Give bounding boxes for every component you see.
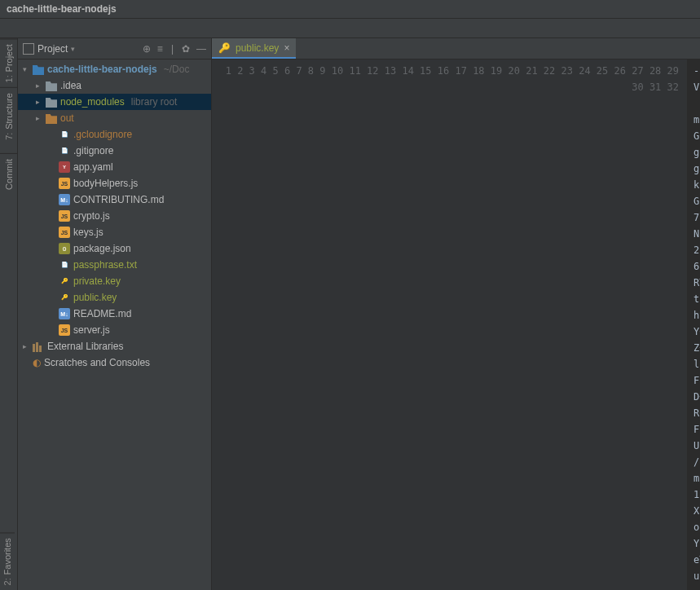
expand-arrow-icon[interactable]: ▸ bbox=[36, 98, 42, 106]
tree-root[interactable]: ▾ cache-little-bear-nodejs ~/Doc bbox=[18, 61, 211, 77]
content-area: 1: Project 7: Structure Commit 2: Favori… bbox=[0, 38, 700, 590]
window-title: cache-little-bear-nodejs bbox=[7, 3, 117, 15]
editor-area: 🔑 public.key × 1 2 3 4 5 6 7 8 9 10 11 1… bbox=[212, 38, 700, 590]
tree-file[interactable]: {}package.json bbox=[18, 240, 211, 257]
project-panel-title: Project bbox=[37, 43, 68, 55]
tree-file[interactable]: 📄.gitignore bbox=[18, 143, 211, 159]
expand-arrow-icon[interactable]: ▾ bbox=[23, 65, 29, 73]
folder-icon bbox=[46, 112, 57, 124]
folder-icon bbox=[46, 96, 57, 108]
tree-file[interactable]: 🔑private.key bbox=[18, 273, 211, 289]
close-tab-icon[interactable]: × bbox=[284, 42, 289, 54]
project-tree: ▾ cache-little-bear-nodejs ~/Doc ▸ .idea… bbox=[18, 59, 211, 372]
scratches-icon: ◐ bbox=[33, 357, 41, 368]
editor-body: 1 2 3 4 5 6 7 8 9 10 11 12 13 14 15 16 1… bbox=[212, 59, 700, 590]
tree-file[interactable]: Yapp.yaml bbox=[18, 159, 211, 175]
tree-file[interactable]: M↓README.md bbox=[18, 306, 211, 322]
tree-file[interactable]: 🔑public.key bbox=[18, 289, 211, 306]
library-icon bbox=[33, 341, 44, 352]
expand-arrow-icon[interactable]: ▸ bbox=[23, 342, 29, 350]
folder-icon bbox=[46, 80, 57, 91]
window-title-bar: cache-little-bear-nodejs bbox=[0, 0, 700, 19]
code-editor[interactable]: -----BEGIN PGP PUBLIC KEY BLOCK----- Ver… bbox=[687, 59, 700, 590]
project-tool-window: Project ▾ ⊕ ≡ | ✿ — ▾ cache-little-bear-… bbox=[18, 38, 212, 590]
tree-scratches[interactable]: ◐ Scratches and Consoles bbox=[18, 354, 211, 371]
settings-icon[interactable]: ✿ bbox=[182, 43, 190, 55]
select-opened-file-icon[interactable]: ⊕ bbox=[143, 43, 151, 55]
expand-arrow-icon[interactable]: ▸ bbox=[36, 81, 42, 90]
tree-file[interactable]: JSkeys.js bbox=[18, 224, 211, 240]
gutter-tab-favorites[interactable]: 2: Favorites bbox=[0, 532, 15, 590]
gutter-tab-commit[interactable]: Commit bbox=[0, 153, 17, 195]
tree-folder-node-modules[interactable]: ▸ node_modules library root bbox=[18, 94, 211, 110]
dropdown-icon[interactable]: ▾ bbox=[71, 45, 75, 53]
line-numbers-gutter: 1 2 3 4 5 6 7 8 9 10 11 12 13 14 15 16 1… bbox=[212, 59, 687, 590]
project-panel-header: Project ▾ ⊕ ≡ | ✿ — bbox=[18, 38, 211, 59]
main-toolbar bbox=[0, 19, 700, 38]
key-file-icon: 🔑 bbox=[218, 42, 231, 54]
hide-icon[interactable]: — bbox=[196, 43, 206, 55]
tree-file[interactable]: JSbodyHelpers.js bbox=[18, 175, 211, 192]
tree-file[interactable]: JScrypto.js bbox=[18, 208, 211, 224]
expand-arrow-icon[interactable]: ▸ bbox=[36, 114, 42, 122]
editor-tab-public-key[interactable]: 🔑 public.key × bbox=[212, 38, 296, 59]
tree-folder-idea[interactable]: ▸ .idea bbox=[18, 77, 211, 94]
collapse-all-icon[interactable]: ≡ bbox=[157, 43, 163, 55]
project-view-icon bbox=[23, 43, 34, 55]
tree-file[interactable]: M↓CONTRIBUTING.md bbox=[18, 192, 211, 208]
tree-external-libraries[interactable]: ▸ External Libraries bbox=[18, 338, 211, 354]
tree-file[interactable]: 📄.gcloudignore bbox=[18, 126, 211, 143]
editor-tab-bar: 🔑 public.key × bbox=[212, 38, 700, 59]
gutter-tab-project[interactable]: 1: Project bbox=[0, 38, 17, 87]
tree-file[interactable]: 📄passphrase.txt bbox=[18, 257, 211, 273]
tree-file[interactable]: JSserver.js bbox=[18, 322, 211, 338]
project-folder-icon bbox=[33, 64, 44, 75]
tool-window-left-gutter: 1: Project 7: Structure Commit 2: Favori… bbox=[0, 38, 18, 590]
gutter-tab-structure[interactable]: 7: Structure bbox=[0, 87, 17, 145]
tree-folder-out[interactable]: ▸ out bbox=[18, 110, 211, 126]
